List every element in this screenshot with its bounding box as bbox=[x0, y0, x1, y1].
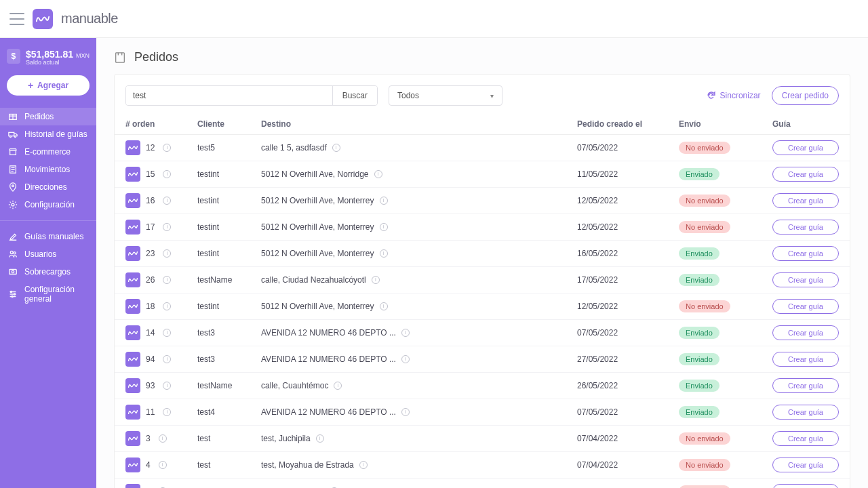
create-guide-button[interactable]: Crear guía bbox=[772, 325, 839, 340]
svg-point-9 bbox=[14, 252, 16, 254]
truck-icon bbox=[8, 129, 18, 139]
order-number: 14 bbox=[146, 328, 155, 338]
client-cell: testName bbox=[191, 373, 254, 399]
order-number: 4 bbox=[146, 460, 151, 470]
created-date-cell: 08/04/2022 bbox=[570, 479, 672, 489]
create-guide-button[interactable]: Crear guía bbox=[772, 246, 839, 261]
sync-label: Sincronizar bbox=[720, 91, 761, 100]
created-date-cell: 07/05/2022 bbox=[570, 399, 672, 426]
sidebar-item-sobrecargos[interactable]: Sobrecargos bbox=[0, 263, 96, 281]
status-badge: No enviado bbox=[679, 221, 730, 233]
info-icon: i bbox=[163, 223, 171, 231]
sidebar-item-label: Movimientos bbox=[24, 165, 70, 174]
info-icon: i bbox=[163, 329, 171, 337]
create-order-button[interactable]: Crear pedido bbox=[772, 86, 839, 105]
gear-icon bbox=[8, 200, 18, 209]
client-cell: testint bbox=[191, 241, 254, 267]
orders-table: # orden Cliente Destino Pedido creado el… bbox=[115, 114, 850, 488]
create-guide-button[interactable]: Crear guía bbox=[772, 193, 839, 208]
sidebar-item-label: Guías manuales bbox=[24, 232, 83, 241]
search-input[interactable] bbox=[126, 86, 332, 105]
add-button-label: Agregar bbox=[37, 81, 68, 90]
destination-cell: AVENIDA 12 NUMERO 46 DEPTO ... bbox=[261, 328, 396, 338]
sidebar-item-historial[interactable]: Historial de guías bbox=[0, 125, 96, 143]
create-guide-button[interactable]: Crear guía bbox=[772, 378, 839, 393]
table-row: 11itest4AVENIDA 12 NUMERO 46 DEPTO ...i0… bbox=[115, 399, 850, 426]
sidebar-item-ecommerce[interactable]: E-commerce bbox=[0, 143, 96, 161]
info-icon: i bbox=[316, 434, 324, 443]
sidebar-item-label: E-commerce bbox=[24, 147, 71, 157]
brand-name: manuable bbox=[61, 11, 118, 26]
brand-logo[interactable] bbox=[33, 9, 53, 29]
client-cell: testint bbox=[191, 214, 254, 241]
status-filter[interactable]: Todos ▾ bbox=[389, 85, 502, 106]
client-cell: test3 bbox=[191, 346, 254, 373]
info-icon: i bbox=[380, 249, 388, 258]
create-guide-button[interactable]: Crear guía bbox=[772, 299, 839, 314]
client-cell: test4 bbox=[191, 399, 254, 426]
order-number: 26 bbox=[146, 275, 155, 285]
add-button[interactable]: + Agregar bbox=[7, 75, 90, 96]
order-number: 17 bbox=[146, 222, 155, 232]
table-row: 16itestint5012 N Overhill Ave, Monterrey… bbox=[115, 188, 850, 214]
client-cell: test bbox=[191, 452, 254, 479]
sidebar-item-pedidos[interactable]: Pedidos bbox=[0, 108, 96, 125]
create-guide-button[interactable]: Crear guía bbox=[772, 484, 839, 488]
search-wrap: Buscar bbox=[125, 85, 378, 106]
created-date-cell: 26/05/2022 bbox=[570, 373, 672, 399]
info-icon: i bbox=[163, 355, 171, 363]
create-guide-button[interactable]: Crear guía bbox=[772, 140, 839, 155]
svg-point-6 bbox=[12, 185, 14, 187]
status-badge: No enviado bbox=[679, 195, 730, 207]
info-icon: i bbox=[380, 302, 388, 310]
sliders-icon bbox=[8, 289, 18, 299]
order-number: 18 bbox=[146, 302, 155, 311]
source-logo bbox=[125, 220, 140, 235]
menu-icon[interactable] bbox=[9, 13, 24, 25]
destination-cell: test, Juchipila bbox=[261, 434, 311, 443]
sidebar-item-guias-manuales[interactable]: Guías manuales bbox=[0, 228, 96, 245]
sidebar-item-usuarios[interactable]: Usuarios bbox=[0, 245, 96, 263]
status-badge: No enviado bbox=[679, 459, 730, 471]
search-button[interactable]: Buscar bbox=[332, 86, 377, 105]
create-guide-button[interactable]: Crear guía bbox=[772, 405, 839, 420]
order-number: 16 bbox=[146, 196, 155, 205]
col-order-header: # orden bbox=[115, 114, 191, 135]
created-date-cell: 16/05/2022 bbox=[570, 241, 672, 267]
create-guide-button[interactable]: Crear guía bbox=[772, 167, 839, 182]
status-badge: Enviado bbox=[679, 380, 719, 392]
topbar: manuable bbox=[0, 0, 868, 38]
create-guide-button[interactable]: Crear guía bbox=[772, 272, 839, 287]
info-icon: i bbox=[334, 382, 342, 390]
sidebar-item-movimientos[interactable]: Movimientos bbox=[0, 161, 96, 178]
toolbar: Buscar Todos ▾ Sincronizar Crear pedido bbox=[115, 75, 850, 114]
order-number: 94 bbox=[146, 354, 155, 364]
client-cell: test bbox=[191, 426, 254, 452]
create-guide-button[interactable]: Crear guía bbox=[772, 352, 839, 367]
page-title: Pedidos bbox=[134, 50, 178, 64]
info-icon: i bbox=[401, 408, 410, 416]
svg-point-7 bbox=[12, 203, 14, 206]
table-row: 93itestNamecalle, Cuauhtémoci26/05/2022E… bbox=[115, 373, 850, 399]
info-icon: i bbox=[401, 355, 410, 363]
create-guide-button[interactable]: Crear guía bbox=[772, 431, 839, 446]
create-guide-button[interactable]: Crear guía bbox=[772, 458, 839, 472]
sidebar-item-config[interactable]: Configuración bbox=[0, 196, 96, 214]
sidebar-item-label: Direcciones bbox=[24, 182, 67, 192]
users-icon bbox=[8, 249, 18, 259]
destination-cell: calle 1 5, asdfasdf bbox=[261, 143, 327, 152]
sidebar-item-label: Pedidos bbox=[24, 112, 54, 121]
source-logo bbox=[125, 484, 140, 488]
order-number: 23 bbox=[146, 249, 155, 258]
source-logo bbox=[125, 140, 140, 155]
svg-rect-1 bbox=[9, 132, 14, 136]
client-cell: testint bbox=[191, 188, 254, 214]
sync-button[interactable]: Sincronizar bbox=[707, 91, 761, 100]
destination-cell: 5012 N Overhill Ave, Norridge bbox=[261, 169, 369, 179]
create-guide-button[interactable]: Crear guía bbox=[772, 220, 839, 235]
sidebar-item-config-general[interactable]: Configuración general bbox=[0, 281, 96, 308]
info-icon: i bbox=[332, 144, 340, 152]
sidebar-item-direcciones[interactable]: Direcciones bbox=[0, 178, 96, 196]
order-number: 12 bbox=[146, 143, 155, 152]
destination-cell: AVENIDA 12 NUMERO 46 DEPTO ... bbox=[261, 354, 396, 364]
